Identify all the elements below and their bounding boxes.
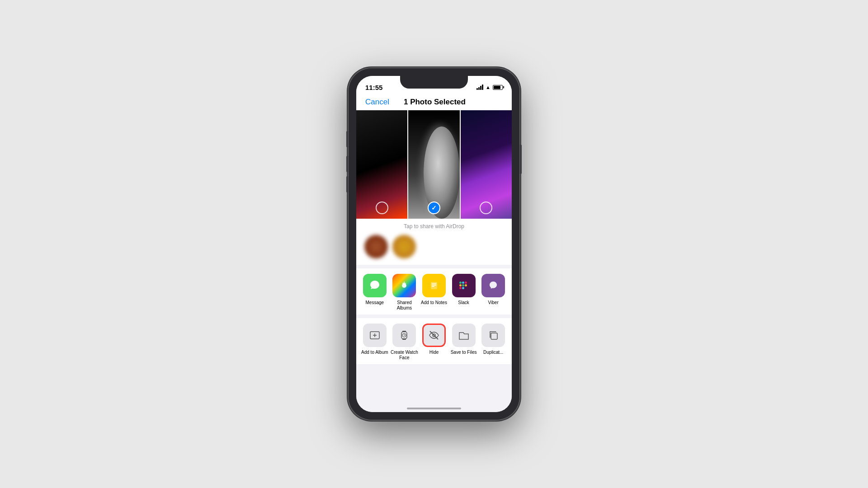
- save-to-files-icon: [452, 324, 476, 347]
- viber-label: Viber: [488, 300, 499, 305]
- share-sheet: Tap to share with AirDrop: [356, 219, 512, 412]
- nav-title: 1 Photo Selected: [404, 98, 466, 107]
- action-duplicate[interactable]: Duplicat...: [478, 324, 508, 361]
- airdrop-avatars: [361, 233, 507, 260]
- photo-3[interactable]: [460, 110, 512, 219]
- nav-bar: Cancel 1 Photo Selected: [356, 96, 512, 110]
- action-create-watch-face[interactable]: Create Watch Face: [390, 324, 420, 361]
- phone-frame: 11:55 ▲ Cancel 1 Photo Selected: [348, 68, 520, 420]
- add-to-album-icon: [363, 324, 387, 347]
- battery-icon: [493, 85, 503, 90]
- messages-label: Message: [366, 300, 384, 305]
- photo-1[interactable]: [356, 110, 407, 219]
- action-save-to-files[interactable]: Save to Files: [449, 324, 479, 361]
- save-to-files-label: Save to Files: [451, 350, 477, 355]
- photo-2[interactable]: [407, 110, 459, 219]
- svg-rect-12: [459, 282, 462, 284]
- photo-3-select[interactable]: [480, 202, 492, 214]
- duplicate-label: Duplicat...: [483, 350, 503, 355]
- notes-icon: [422, 274, 446, 297]
- action-hide[interactable]: Hide: [419, 324, 449, 361]
- airdrop-contact-1[interactable]: [364, 235, 388, 258]
- app-slack[interactable]: Slack: [449, 274, 479, 311]
- slack-label: Slack: [458, 300, 469, 305]
- photo-2-select[interactable]: [428, 202, 440, 214]
- phone-screen: 11:55 ▲ Cancel 1 Photo Selected: [356, 76, 512, 412]
- status-icons: ▲: [476, 84, 503, 90]
- actions-row: Add to Album: [356, 318, 512, 364]
- photo-1-select[interactable]: [376, 202, 388, 214]
- svg-rect-24: [491, 333, 497, 339]
- slack-icon: [452, 274, 476, 297]
- duplicate-icon: [481, 324, 505, 347]
- create-watch-face-label: Create Watch Face: [390, 350, 420, 361]
- viber-icon: [481, 274, 505, 297]
- airdrop-contact-2[interactable]: [392, 235, 416, 258]
- svg-rect-7: [462, 287, 464, 289]
- action-add-to-album[interactable]: Add to Album: [360, 324, 390, 361]
- screen-content: Cancel 1 Photo Selected: [356, 96, 512, 412]
- photos-grid: [356, 110, 512, 219]
- photos-icon: [392, 274, 416, 297]
- svg-rect-1: [431, 282, 437, 289]
- app-messages[interactable]: Message: [360, 274, 390, 311]
- status-time: 11:55: [365, 84, 382, 91]
- shared-albums-label: Shared Albums: [390, 300, 420, 311]
- messages-icon: [363, 274, 387, 297]
- svg-rect-6: [459, 287, 462, 289]
- svg-rect-10: [465, 282, 467, 284]
- signal-icon: [476, 84, 483, 90]
- svg-rect-11: [462, 282, 464, 284]
- airdrop-section: Tap to share with AirDrop: [356, 219, 512, 265]
- svg-rect-9: [465, 284, 467, 286]
- app-shared-albums[interactable]: Shared Albums: [390, 274, 420, 311]
- app-viber[interactable]: Viber: [478, 274, 508, 311]
- watch-face-icon: [392, 324, 416, 347]
- add-to-album-label: Add to Album: [361, 350, 388, 355]
- cancel-button[interactable]: Cancel: [365, 98, 389, 107]
- hide-icon: [422, 324, 446, 347]
- svg-rect-5: [459, 284, 462, 286]
- add-notes-label: Add to Notes: [421, 300, 447, 305]
- hide-label: Hide: [429, 350, 439, 355]
- home-indicator[interactable]: [407, 408, 461, 409]
- app-add-notes[interactable]: Add to Notes: [419, 274, 449, 311]
- wifi-icon: ▲: [486, 84, 491, 90]
- airdrop-label: Tap to share with AirDrop: [361, 223, 507, 230]
- svg-rect-8: [462, 284, 464, 286]
- apps-row: Message Shared Albums: [356, 268, 512, 314]
- notch: [400, 76, 468, 89]
